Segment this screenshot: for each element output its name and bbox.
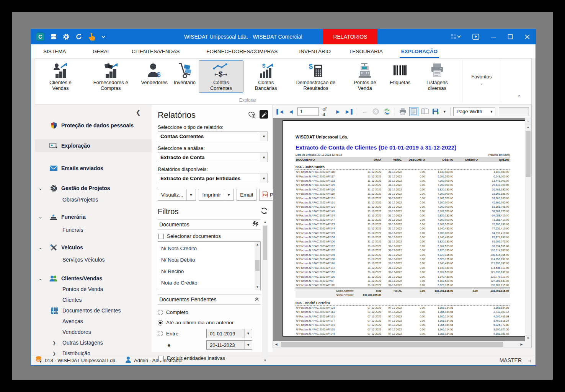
ribbon-button-demonstracao-resultados[interactable]: $ Demonstração de Resultados	[289, 60, 343, 93]
document-type-item[interactable]: N/ Recibo	[158, 265, 255, 277]
refresh-report-button[interactable]	[382, 107, 392, 116]
tab-clientes-vendas[interactable]: CLIENTES/VENDAS	[128, 44, 183, 58]
tab-sistema[interactable]: SISTEMA	[39, 44, 70, 58]
ribbon-button-contas-correntes[interactable]: $ Contas Correntes	[199, 60, 243, 93]
restore-up-icon[interactable]	[472, 34, 479, 40]
visualize-button[interactable]: Visualiz... ▼	[158, 189, 196, 201]
sidebar-group-gestao-projetos[interactable]: ⌄ Gestão de Projetos	[35, 183, 152, 194]
chevron-down-icon[interactable]: ▼	[244, 329, 252, 338]
ribbon-collapse-icon[interactable]: ⌃	[517, 94, 521, 100]
filters-scrollbar[interactable]: ▲ ▼	[262, 219, 268, 363]
chevron-down-icon[interactable]: ▼	[260, 174, 268, 183]
previous-page-button[interactable]: ◀	[286, 107, 296, 116]
ribbon-button-etiquetas[interactable]: Etiquetas	[387, 60, 413, 87]
radio-ate-ultimo-dia[interactable]: Até ao último dia ano anterior	[158, 317, 261, 328]
print-button[interactable]: Imprimir ▼	[199, 189, 234, 201]
chevron-down-icon[interactable]: ▼	[186, 189, 193, 200]
ribbon-button-listagens-diversas[interactable]: Listagens diversas	[414, 60, 461, 93]
date-from-field[interactable]: 01-01-2019 ▼	[206, 329, 252, 338]
radio-button[interactable]	[158, 331, 163, 336]
scroll-up-icon[interactable]: ▲	[264, 219, 267, 225]
date-to-field[interactable]: 20-11-2023 ▼	[206, 340, 252, 350]
tab-fornecedores-compras[interactable]: FORNECEDORES/COMPRAS	[202, 44, 281, 58]
close-button[interactable]	[524, 34, 530, 40]
ribbon-button-pontos-de-venda[interactable]: Pontos de Venda	[343, 60, 387, 93]
sidebar-group-clientes-vendas[interactable]: ⌄ Clientes/Vendas	[35, 273, 152, 284]
collapse-group-icon[interactable]	[255, 296, 259, 303]
page-setup-icon[interactable]	[420, 107, 429, 116]
scroll-down-icon[interactable]: ▼	[255, 284, 260, 290]
touch-mode-icon[interactable]	[88, 33, 96, 41]
checkbox[interactable]	[158, 356, 164, 361]
sidebar-item-clientes[interactable]: Clientes	[35, 294, 152, 305]
viewer-horizontal-scrollbar[interactable]: ◀ ▶	[273, 341, 531, 348]
resize-grip[interactable]	[527, 358, 531, 362]
sidebar-group-veiculos[interactable]: ⌄ Veículos	[35, 242, 152, 253]
sidebar-item-emails-enviados[interactable]: Emails enviados	[35, 163, 152, 174]
ribbon-button-contas-bancarias[interactable]: $ Contas Bancárias	[243, 60, 289, 93]
radio-button-selected[interactable]	[158, 320, 163, 325]
chevron-down-icon[interactable]: ▼	[260, 153, 268, 162]
tab-inventario[interactable]: INVENTÁRIO	[295, 44, 335, 58]
radio-button[interactable]	[158, 310, 163, 315]
export-save-icon[interactable]	[431, 107, 441, 116]
tab-exploracao[interactable]: EXPLORAÇÃO	[397, 44, 441, 58]
sidebar-item-pontos-de-venda[interactable]: Pontos de Venda	[35, 284, 152, 294]
sidebar-item-obras-projetos[interactable]: Obras/Projetos	[35, 194, 152, 205]
sidebar-group-funeraria[interactable]: ⌄ Funerária	[35, 211, 152, 222]
report-type-select[interactable]: Contas Correntes ▼	[158, 132, 268, 141]
first-page-button[interactable]: ▌◀	[275, 107, 284, 116]
document-type-item[interactable]: N/ Nota Débito	[158, 254, 255, 265]
sidebar-item-protecao-dados[interactable]: Proteção de dados pessoais	[35, 120, 152, 131]
print-icon[interactable]	[398, 107, 407, 116]
scrollbar-split-icon[interactable]: ☰	[525, 118, 531, 124]
checkbox[interactable]	[158, 234, 164, 239]
toolbar-textbox[interactable]	[499, 107, 529, 116]
chevron-down-icon[interactable]: ▼	[224, 189, 230, 200]
refresh-filters-icon[interactable]	[260, 207, 268, 216]
sidebar-item-avencas[interactable]: Avenças	[35, 316, 152, 327]
radio-completo[interactable]: Completo	[158, 307, 261, 317]
available-reports-select[interactable]: Extracto de Conta por Entidades ▼	[158, 174, 268, 183]
ribbon-button-fornecedores-e-compras[interactable]: Fornecedores e Compras	[83, 60, 138, 93]
minimize-button[interactable]	[491, 34, 496, 39]
last-page-button[interactable]: ▶▐	[345, 107, 354, 116]
document-type-item[interactable]: N/ Nota Crédito	[158, 242, 255, 254]
select-documents-checkbox[interactable]: Selecionar documentos	[158, 233, 260, 239]
sidebar-item-servicos-veiculos[interactable]: Serviços Veículos	[35, 254, 152, 265]
tab-geral[interactable]: GERAL	[89, 44, 114, 58]
email-button[interactable]: Email	[237, 189, 256, 201]
scroll-up-icon[interactable]: ▲	[525, 124, 531, 130]
scroll-right-icon[interactable]: ▶	[518, 341, 525, 348]
scroll-left-icon[interactable]: ◀	[273, 341, 279, 348]
scroll-down-icon[interactable]: ▼	[264, 358, 267, 363]
pending-documents-group-header[interactable]: Documentos Pendentes	[158, 294, 261, 305]
exclude-inactive-checkbox[interactable]: Excluir entidades inativas	[158, 355, 260, 361]
sidebar-item-funerais[interactable]: Funerais	[35, 224, 152, 235]
gear-icon[interactable]	[63, 33, 70, 40]
app-logo-icon[interactable]: C	[36, 33, 44, 41]
page-number-input[interactable]: 1	[297, 107, 319, 116]
cancel-rendering-button[interactable]	[371, 107, 380, 116]
sync-documents-icon[interactable]	[252, 221, 259, 228]
chevron-down-icon[interactable]: ▼	[488, 110, 495, 114]
export-dropdown-icon[interactable]: ▼	[443, 107, 447, 116]
chevron-down-icon[interactable]	[101, 36, 105, 38]
chevron-down-icon[interactable]: ▼	[260, 132, 268, 141]
analysis-select[interactable]: Extracto de Conta ▼	[158, 153, 268, 162]
ribbon-button-vendedores[interactable]: $ Vendedores	[138, 60, 171, 87]
scroll-down-icon[interactable]: ▼	[525, 335, 531, 341]
next-page-button[interactable]: ▶	[333, 107, 343, 116]
zoom-select[interactable]: Page Width ▼	[453, 107, 495, 116]
back-button[interactable]: ←	[360, 107, 369, 116]
scroll-up-icon[interactable]: ▲	[255, 242, 260, 247]
document-type-item[interactable]: Nota de Crédito	[158, 277, 255, 288]
favorite-add-icon[interactable]	[248, 111, 256, 120]
print-layout-button[interactable]	[409, 107, 418, 116]
documents-group-header[interactable]: Documentos	[158, 219, 261, 230]
sidebar-collapse-icon[interactable]: ❮	[136, 109, 141, 116]
sidebar-item-outras-listagens[interactable]: ❯ Outras Listagens	[35, 337, 152, 348]
tab-tesouraria[interactable]: TESOURARIA	[345, 44, 387, 58]
chevron-down-icon[interactable]: ▼	[244, 341, 252, 349]
database-icon[interactable]	[50, 33, 57, 40]
